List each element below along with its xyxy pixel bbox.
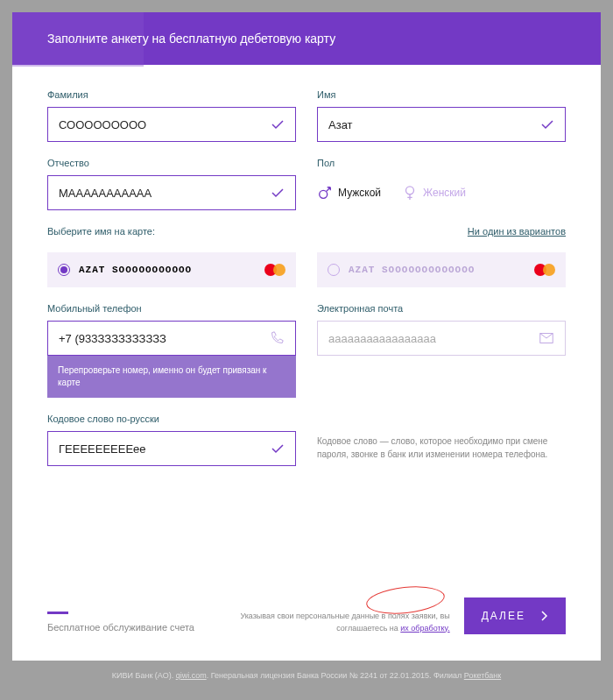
chevron-right-icon	[541, 611, 548, 621]
phone-label: Мобильный телефон	[47, 303, 296, 314]
codeword-hint: Кодовое слово — слово, которое необходим…	[317, 431, 566, 461]
surname-label: Фамилия	[47, 89, 296, 100]
svg-point-1	[406, 187, 414, 194]
name-input[interactable]: Азат	[317, 107, 566, 142]
phone-input[interactable]: +7 (933ЗЗЗЗЗЗЗЗЗЗ	[47, 321, 296, 356]
cardname-option-2[interactable]: AZAT SOOOOOOOOOOOOO	[317, 252, 566, 287]
radio-unselected-icon	[328, 264, 340, 276]
svg-point-0	[320, 190, 328, 198]
cardname-option-1[interactable]: AZAT SOOOOOOOOOOO	[47, 252, 296, 287]
name-label: Имя	[317, 89, 566, 100]
check-icon	[271, 442, 285, 456]
male-icon	[317, 185, 333, 201]
mail-icon	[539, 330, 554, 346]
cardname-label: Выберите имя на карте:	[47, 226, 296, 237]
radio-selected-icon	[58, 264, 70, 276]
check-icon	[271, 117, 285, 131]
gender-female[interactable]: Женский	[402, 185, 466, 201]
gender-male[interactable]: Мужской	[317, 185, 381, 201]
accent-dash	[47, 612, 68, 614]
check-icon	[540, 117, 554, 131]
surname-input[interactable]: СООООООООО	[47, 107, 296, 142]
phone-tooltip: Перепроверьте номер, именно он будет при…	[47, 356, 296, 398]
processing-link[interactable]: их обработку.	[400, 624, 449, 633]
codeword-label: Кодовое слово по-русски	[47, 414, 296, 424]
mastercard-icon	[264, 263, 285, 277]
next-button[interactable]: ДАЛЕЕ	[464, 597, 566, 634]
patronymic-input[interactable]: МААААААААААА	[47, 175, 296, 210]
gender-label: Пол	[317, 158, 566, 168]
qiwi-link[interactable]: qiwi.com	[176, 671, 207, 680]
rocketbank-link[interactable]: Рокетбанк	[464, 671, 501, 680]
patronymic-label: Отчество	[47, 158, 296, 168]
codeword-input[interactable]: ГЕЕЕЕЕЕЕЕЕее	[47, 431, 296, 466]
header: Заполните анкету на бесплатную дебетовую…	[12, 12, 601, 65]
agreement-text: Указывая свои персональные данные в поля…	[208, 611, 450, 634]
none-of-variants-link[interactable]: Ни один из вариантов	[317, 226, 566, 237]
female-icon	[402, 185, 418, 201]
form-card: Заполните анкету на бесплатную дебетовую…	[12, 12, 601, 661]
phone-icon	[269, 330, 285, 346]
free-service-block: Бесплатное обслуживание счета	[47, 612, 194, 634]
mastercard-icon	[534, 263, 555, 277]
email-label: Электронная почта	[317, 303, 566, 314]
check-icon	[271, 186, 285, 200]
email-input[interactable]: aaaaaaaaaaaaaaaaa	[317, 321, 566, 356]
header-title: Заполните анкету на бесплатную дебетовую…	[47, 32, 335, 46]
legal-footer: КИВИ Банк (АО). qiwi.com. Генеральная ли…	[12, 671, 601, 680]
